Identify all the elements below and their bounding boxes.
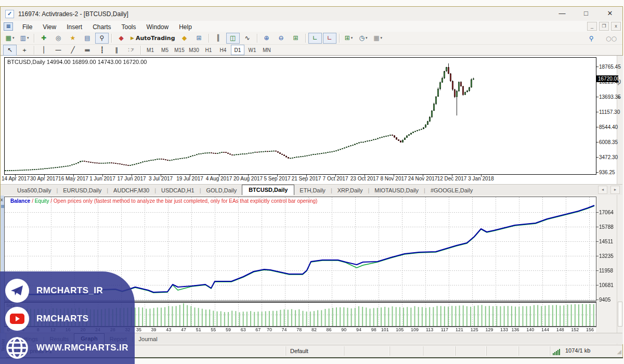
timeframe-D1[interactable]: D1 [231,45,244,55]
tester-x-axis-label: 152 [571,327,579,332]
indicators-icon[interactable]: ⊞▾ [342,33,356,44]
vertical-line-icon[interactable]: │ [37,45,50,56]
shapes-icon[interactable]: ∷F [124,45,138,56]
tester-y-axis-label: 10681 [599,282,614,288]
chart-tab-miotausd-daily[interactable]: MIOTAUSD,Daily [369,186,424,195]
maximize-button[interactable]: □ [577,8,595,19]
timeframe-M30[interactable]: M30 [187,45,201,55]
mdi-minimize-button[interactable]: _ [587,22,597,31]
bar-chart-icon[interactable]: ║ [212,33,225,44]
youtube-icon [5,307,29,331]
new-order-icon[interactable]: ◆ [114,33,128,44]
menu-item-charts[interactable]: Charts [87,22,116,32]
chart-tab-audchf-m30[interactable]: AUDCHF,M30 [108,186,154,195]
menu-item-insert[interactable]: Insert [61,22,87,32]
strategy-tester-icon[interactable]: ⚲ [95,33,109,44]
crosshair-icon[interactable]: ＋ [18,45,31,56]
templates-icon[interactable]: ▦▾ [371,33,385,44]
menu-item-view[interactable]: View [37,22,61,32]
chart-tab-eurusd-daily[interactable]: EURUSD,Daily [58,186,107,195]
price-axis-label: 936.25 [599,170,615,175]
tester-x-axis-label: 86 [327,327,332,332]
app-icon: ✓ [5,10,14,18]
menu-item-tools[interactable]: Tools [116,22,141,32]
tabs-scroll-right-icon[interactable]: ▸ [610,186,620,194]
chat-icon[interactable]: ○○ [604,33,618,44]
chart-tab-eth-daily[interactable]: ETH,Daily [294,186,331,195]
tester-scrollbar-thumb[interactable] [618,302,622,327]
minimize-button[interactable]: — [553,8,571,19]
tester-x-axis-label: 90 [341,327,346,332]
channel-icon[interactable]: ∥ [110,45,123,56]
window-controls: — □ ✕ [553,8,619,19]
title-bar[interactable]: ✓ 116974: Activtrades-2 - [BTCUSD,Daily] [1,7,622,21]
date-axis-label: 14 Apr 2017 [2,176,30,181]
timeframe-M1[interactable]: M1 [144,45,157,55]
tabs-scroll-left-icon[interactable]: ◂ [598,186,607,194]
zoom-in-icon[interactable]: ⊕ [260,33,274,44]
tester-x-axis-label: 63 [241,327,246,332]
timeframe-H4[interactable]: H4 [216,45,230,55]
toolbar-separator [34,34,34,43]
candlestick-chart-icon[interactable]: ◫ [226,33,240,44]
watermark-youtube-label: RMCHARTS [36,314,88,324]
menu-item-window[interactable]: Window [141,22,174,32]
rectangle-icon[interactable]: ▬ [81,45,94,56]
watermark-telegram-label: RMCHARTS_IR [36,285,103,296]
trendline-icon[interactable]: ╱ [66,45,80,56]
line-chart-icon[interactable]: ∿ [241,33,254,44]
resize-grip[interactable]: ◢ [617,348,621,355]
autotrading-button[interactable]: ▶AutoTrading [129,33,177,44]
market-icon[interactable]: ⊞ [192,33,206,44]
tester-x-axis-label: 59 [226,327,231,332]
timeframe-M15[interactable]: M15 [173,45,186,55]
tester-x-axis-label: 121 [456,327,463,332]
chart-tab-usa500-daily[interactable]: Usa500,Daily [12,186,56,195]
navigator-icon[interactable]: ★ [66,33,80,44]
profiles-icon[interactable]: ▥▾ [18,33,31,44]
mdi-close-button[interactable]: x [611,22,621,31]
connection-status[interactable]: 1074/1 kb [565,347,590,354]
menu-item-file[interactable]: File [17,22,37,32]
globe-icon [5,336,29,360]
tester-x-axis-label: 156 [586,327,594,332]
zoom-out-icon[interactable]: ⊖ [275,33,288,44]
chart-tab-gold-daily[interactable]: GOLD,Daily [201,186,242,195]
fibonacci-icon[interactable]: ┋ [95,45,109,56]
chart-shift-icon[interactable]: ∟ [323,33,336,44]
autotrading-button-icon: ▶ [131,35,134,41]
metaeditor-icon[interactable]: ◆ [178,33,191,44]
tester-x-axis-label: 125 [471,327,478,332]
timeframe-H1[interactable]: H1 [202,45,215,55]
tester-x-axis-label: 109 [411,327,419,332]
market-watch-icon[interactable]: ✚ [37,33,50,44]
chart-menu-icon[interactable]: ▦ [4,22,13,31]
chart-tab--google-daily[interactable]: #GOOGLE,Daily [425,186,478,195]
mdi-restore-button[interactable]: ❐ [599,22,609,31]
cursor-icon[interactable]: ↖ [3,45,17,56]
new-chart-icon[interactable]: ▦▾ [3,33,17,44]
auto-arrange-icon[interactable]: ∟ [308,33,322,44]
periods-icon[interactable]: ◷▾ [357,33,370,44]
window-title: 116974: Activtrades-2 - [BTCUSD,Daily] [18,10,128,18]
legend-equity: Equity [35,198,49,204]
chart-tab-btcusd-daily[interactable]: BTCUSD,Daily [242,185,294,195]
terminal-icon[interactable]: ▤ [81,33,94,44]
timeframe-M5[interactable]: M5 [158,45,172,55]
price-axis-label: 11157.30 [599,109,620,115]
horizontal-line-icon[interactable]: — [51,45,65,56]
timeframe-W1[interactable]: W1 [245,45,259,55]
chart-tab-xrp-daily[interactable]: XRP,Daily [332,186,368,195]
tester-x-axis-label: 78 [296,327,302,332]
watermark-web-label: WWW.RMCHARTS.IR [36,343,128,353]
timeframe-MN[interactable]: MN [260,45,274,55]
tile-windows-icon[interactable]: ⊞ [289,33,303,44]
data-window-icon[interactable]: ◎ [51,33,65,44]
search-icon[interactable]: ⚲ [584,33,598,44]
tester-tab-journal[interactable]: Journal [134,334,163,344]
chart-tab-usdcad-h1[interactable]: USDCAD,H1 [156,186,200,195]
status-profile[interactable]: Default [285,346,344,356]
close-button[interactable]: ✕ [601,8,619,19]
menu-item-help[interactable]: Help [174,22,197,32]
candlestick-chart-plot[interactable] [4,57,596,175]
